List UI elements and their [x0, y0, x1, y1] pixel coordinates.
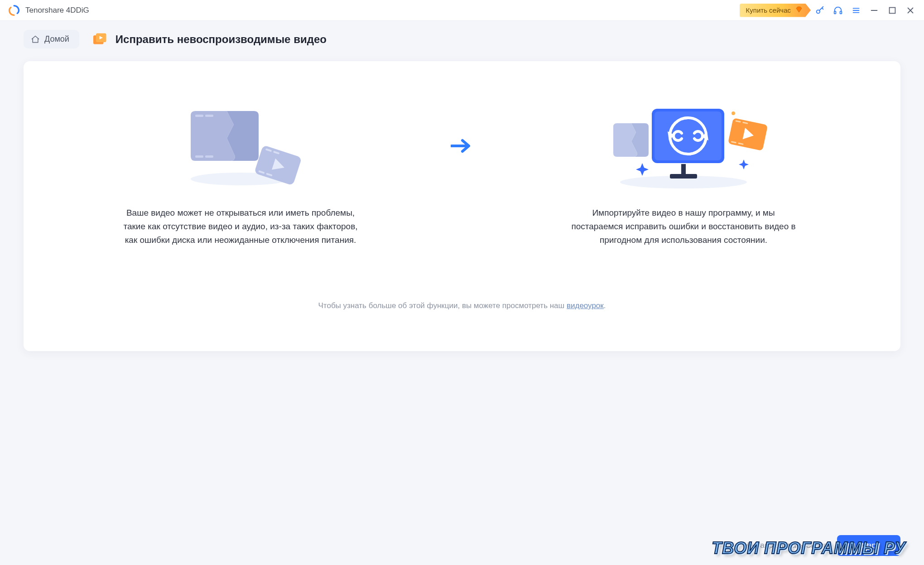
minimize-icon[interactable] [865, 1, 883, 19]
svg-rect-7 [890, 7, 895, 13]
section-title: Исправить невоспроизводимые видео [92, 31, 327, 48]
menu-icon[interactable] [847, 1, 865, 19]
section-title-text: Исправить невоспроизводимые видео [116, 33, 327, 46]
right-panel: Импортируйте видео в нашу программу, и м… [494, 97, 873, 247]
close-icon[interactable] [901, 1, 919, 19]
hint-text: Чтобы узнать больше об этой функции, вы … [51, 301, 873, 310]
video-tutorial-link[interactable]: видеоурок [567, 301, 604, 310]
hint-suffix: . [604, 301, 606, 310]
left-panel: Ваше видео может не открываться или имет… [51, 97, 430, 247]
buy-now-label: Купить сейчас [746, 6, 791, 14]
svg-rect-1 [834, 11, 836, 14]
home-icon [31, 35, 40, 44]
svg-rect-2 [840, 11, 842, 14]
headphones-icon[interactable] [829, 1, 847, 19]
right-panel-text: Импортируйте видео в нашу программу, и м… [566, 206, 801, 247]
svg-point-37 [732, 111, 735, 115]
buy-now-button[interactable]: Купить сейчас [740, 4, 811, 17]
svg-rect-28 [670, 174, 697, 179]
hint-prefix: Чтобы узнать больше об этой функции, вы … [318, 301, 567, 310]
maximize-icon[interactable] [883, 1, 901, 19]
svg-rect-17 [205, 155, 213, 158]
diamond-icon [795, 6, 803, 14]
dont-ask-again-label[interactable]: Не Запрашивать Снова [744, 541, 828, 550]
start-button[interactable]: Старт [837, 535, 900, 556]
home-label: Домой [44, 34, 69, 44]
svg-rect-27 [681, 164, 686, 174]
left-panel-text: Ваше видео может не открываться или имет… [123, 206, 358, 247]
arrow-icon [444, 97, 480, 154]
repair-process-illustration [597, 97, 770, 193]
video-repair-icon [92, 31, 108, 48]
app-title: Tenorshare 4DDiG [25, 6, 89, 15]
main-card: Ваше видео может не открываться или имет… [24, 61, 900, 351]
broken-video-illustration [173, 97, 308, 193]
svg-rect-16 [195, 155, 203, 158]
title-bar: Tenorshare 4DDiG Купить сейчас [0, 0, 924, 21]
svg-rect-14 [195, 115, 203, 117]
svg-rect-15 [205, 115, 213, 117]
app-logo-icon [8, 5, 20, 16]
key-icon[interactable] [811, 1, 829, 19]
footer: Не Запрашивать Снова Старт [744, 535, 900, 556]
header-row: Домой Исправить невоспроизводимые видео [0, 21, 924, 53]
home-button[interactable]: Домой [24, 30, 79, 48]
